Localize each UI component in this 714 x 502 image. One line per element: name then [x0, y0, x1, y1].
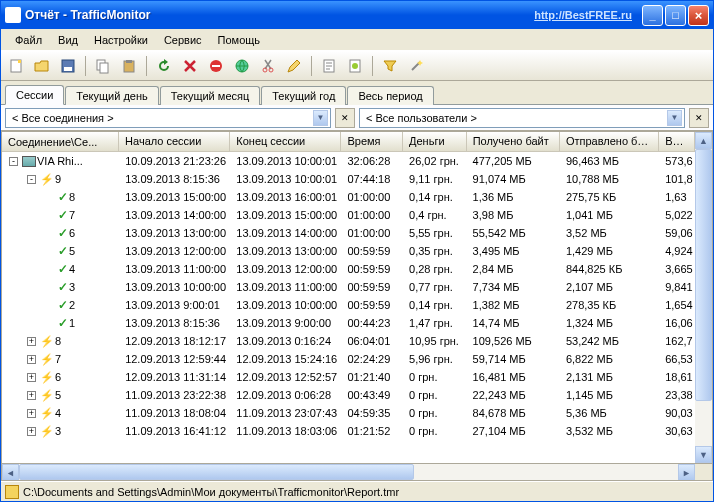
tree-cell[interactable]: ✓ 5	[2, 243, 119, 259]
col-end[interactable]: Конец сессии	[230, 132, 341, 151]
tree-cell[interactable]: +⚡ 4	[2, 406, 119, 421]
stop-icon[interactable]	[205, 55, 227, 77]
table-row[interactable]: +⚡ 311.09.2013 16:41:1211.09.2013 18:03:…	[2, 422, 695, 440]
bestfree-link[interactable]: http://BestFREE.ru	[534, 9, 632, 21]
table-row[interactable]: ✓ 213.09.2013 9:00:0113.09.2013 10:00:00…	[2, 296, 695, 314]
doc1-icon[interactable]	[318, 55, 340, 77]
cut-icon[interactable]	[257, 55, 279, 77]
globe-icon[interactable]	[231, 55, 253, 77]
col-start[interactable]: Начало сессии	[119, 132, 230, 151]
scroll-left-icon[interactable]: ◄	[2, 464, 19, 481]
col-time[interactable]: Время	[341, 132, 403, 151]
titlebar[interactable]: Отчёт - TrafficMonitor http://BestFREE.r…	[1, 1, 713, 29]
tree-cell[interactable]: - VIA Rhi...	[2, 154, 119, 168]
table-row[interactable]: +⚡ 612.09.2013 11:31:1412.09.2013 12:52:…	[2, 368, 695, 386]
tree-cell[interactable]: +⚡ 3	[2, 424, 119, 439]
tab-year[interactable]: Текущий год	[261, 86, 346, 105]
chevron-down-icon[interactable]: ▼	[313, 110, 328, 126]
menu-settings[interactable]: Настройки	[86, 32, 156, 48]
tab-today[interactable]: Текущий день	[65, 86, 158, 105]
tree-cell[interactable]: ✓ 8	[2, 189, 119, 205]
cell-end: 13.09.2013 10:00:01	[230, 172, 341, 186]
table-row[interactable]: ✓ 513.09.2013 12:00:0013.09.2013 13:00:0…	[2, 242, 695, 260]
tree-cell[interactable]: ✓ 6	[2, 225, 119, 241]
scroll-right-icon[interactable]: ►	[678, 464, 695, 481]
filter-clear-conn[interactable]: ✕	[335, 108, 355, 128]
grid-body[interactable]: - VIA Rhi...10.09.2013 21:23:2613.09.201…	[2, 152, 695, 463]
scroll-down-icon[interactable]: ▼	[695, 446, 712, 463]
filter-clear-user[interactable]: ✕	[689, 108, 709, 128]
table-row[interactable]: +⚡ 712.09.2013 12:59:4412.09.2013 15:24:…	[2, 350, 695, 368]
open-icon[interactable]	[31, 55, 53, 77]
wand-icon[interactable]	[405, 55, 427, 77]
col-sent[interactable]: Отправлено байт	[560, 132, 659, 151]
copy-icon[interactable]	[92, 55, 114, 77]
new-icon[interactable]	[5, 55, 27, 77]
expand-icon[interactable]: +	[27, 427, 36, 436]
menu-help[interactable]: Помощь	[210, 32, 269, 48]
col-connection[interactable]: Соединение\Се...	[2, 132, 119, 151]
table-row[interactable]: ✓ 813.09.2013 15:00:0013.09.2013 16:00:0…	[2, 188, 695, 206]
toolbar-separator	[311, 56, 312, 76]
table-row[interactable]: ✓ 313.09.2013 10:00:0013.09.2013 11:00:0…	[2, 278, 695, 296]
table-row[interactable]: ✓ 613.09.2013 13:00:0013.09.2013 14:00:0…	[2, 224, 695, 242]
edit-icon[interactable]	[283, 55, 305, 77]
cell-all: 16,06	[659, 316, 695, 330]
horizontal-scrollbar[interactable]: ◄ ►	[2, 463, 712, 480]
minimize-button[interactable]: _	[642, 5, 663, 26]
tree-cell[interactable]: ✓ 3	[2, 279, 119, 295]
menu-view[interactable]: Вид	[50, 32, 86, 48]
table-row[interactable]: +⚡ 411.09.2013 18:08:0411.09.2013 23:07:…	[2, 404, 695, 422]
scroll-thumb[interactable]	[695, 149, 712, 401]
save-icon[interactable]	[57, 55, 79, 77]
cell-end: 12.09.2013 12:52:57	[230, 370, 341, 384]
table-row[interactable]: +⚡ 511.09.2013 23:22:3812.09.2013 0:06:2…	[2, 386, 695, 404]
doc2-icon[interactable]	[344, 55, 366, 77]
tab-sessions[interactable]: Сессии	[5, 85, 64, 105]
expand-icon[interactable]: +	[27, 373, 36, 382]
tree-cell[interactable]: +⚡ 5	[2, 388, 119, 403]
col-money[interactable]: Деньги	[403, 132, 467, 151]
cell-all: 9,841	[659, 280, 695, 294]
menu-file[interactable]: Файл	[7, 32, 50, 48]
expand-icon[interactable]: +	[27, 355, 36, 364]
tree-cell[interactable]: -⚡ 9	[2, 172, 119, 187]
tree-cell[interactable]: ✓ 7	[2, 207, 119, 223]
collapse-icon[interactable]: -	[27, 175, 36, 184]
maximize-button[interactable]: □	[665, 5, 686, 26]
filter-icon[interactable]	[379, 55, 401, 77]
chevron-down-icon[interactable]: ▼	[667, 110, 682, 126]
tab-all[interactable]: Весь период	[347, 86, 433, 105]
tree-cell[interactable]: +⚡ 6	[2, 370, 119, 385]
tree-cell[interactable]: +⚡ 7	[2, 352, 119, 367]
tree-cell[interactable]: ✓ 2	[2, 297, 119, 313]
col-all[interactable]: Все...	[659, 132, 695, 151]
scroll-thumb[interactable]	[19, 464, 414, 480]
computer-icon	[22, 156, 36, 167]
connection-filter[interactable]: < Все соединения > ▼	[5, 108, 331, 128]
tree-cell[interactable]: ✓ 4	[2, 261, 119, 277]
refresh-icon[interactable]	[153, 55, 175, 77]
tree-cell[interactable]: ✓ 1	[2, 315, 119, 331]
expand-icon[interactable]: +	[27, 391, 36, 400]
table-row[interactable]: ✓ 713.09.2013 14:00:0013.09.2013 15:00:0…	[2, 206, 695, 224]
table-row[interactable]: -⚡ 913.09.2013 8:15:3613.09.2013 10:00:0…	[2, 170, 695, 188]
table-row[interactable]: - VIA Rhi...10.09.2013 21:23:2613.09.201…	[2, 152, 695, 170]
col-recv[interactable]: Получено байт	[467, 132, 560, 151]
tab-month[interactable]: Текущий месяц	[160, 86, 261, 105]
tree-cell[interactable]: +⚡ 8	[2, 334, 119, 349]
cell-sent: 844,825 КБ	[560, 262, 659, 276]
table-row[interactable]: ✓ 413.09.2013 11:00:0013.09.2013 12:00:0…	[2, 260, 695, 278]
collapse-icon[interactable]: -	[9, 157, 18, 166]
table-row[interactable]: ✓ 113.09.2013 8:15:3613.09.2013 9:00:000…	[2, 314, 695, 332]
expand-icon[interactable]: +	[27, 409, 36, 418]
close-button[interactable]: ×	[688, 5, 709, 26]
table-row[interactable]: +⚡ 812.09.2013 18:12:1713.09.2013 0:16:2…	[2, 332, 695, 350]
user-filter[interactable]: < Все пользователи > ▼	[359, 108, 685, 128]
vertical-scrollbar[interactable]: ▲ ▼	[695, 132, 712, 463]
expand-icon[interactable]: +	[27, 337, 36, 346]
menu-service[interactable]: Сервис	[156, 32, 210, 48]
delete-icon[interactable]	[179, 55, 201, 77]
scroll-up-icon[interactable]: ▲	[695, 132, 712, 149]
paste-icon[interactable]	[118, 55, 140, 77]
